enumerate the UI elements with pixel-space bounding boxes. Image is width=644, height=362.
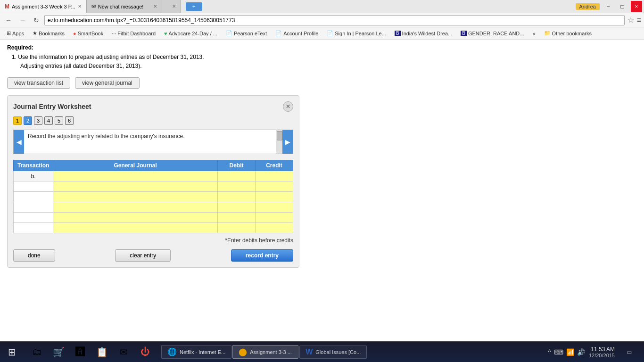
start-button[interactable]: ⊞ xyxy=(0,342,24,362)
bookmark-smartbook[interactable]: ● SmartBook xyxy=(69,30,107,37)
bookmark-india[interactable]: B India's Wildest Drea... xyxy=(391,30,456,37)
bookmark-star-button[interactable]: ☆ xyxy=(627,16,634,25)
description-scrollbar[interactable] xyxy=(276,130,282,154)
row-3-journal[interactable] xyxy=(53,192,218,202)
row-2-journal[interactable] xyxy=(53,181,218,192)
bookmark-other[interactable]: 📁 Other bookmarks xyxy=(540,29,595,37)
bookmark-gender[interactable]: B GENDER, RACE AND... xyxy=(457,30,528,37)
tray-volume-icon[interactable]: 🔊 xyxy=(577,348,585,356)
row-3-credit[interactable] xyxy=(256,192,293,202)
forward-button[interactable]: → xyxy=(17,16,28,25)
show-desktop-button[interactable]: ▭ xyxy=(619,342,639,362)
bookmark-more-label: » xyxy=(532,31,535,36)
back-button[interactable]: ← xyxy=(3,16,14,25)
row-4-debit[interactable] xyxy=(218,202,256,213)
modal-close-button[interactable]: ✕ xyxy=(283,101,293,112)
bookmark-account-profile[interactable]: 📄 Account Profile xyxy=(272,29,322,37)
row-6-debit-input[interactable] xyxy=(220,225,253,231)
tab-assignment[interactable]: M Assignment 3-3 Week 3 P... ✕ xyxy=(0,0,87,13)
bookmark-pearson-etext[interactable]: 📄 Pearson eText xyxy=(222,29,271,37)
tray-show-more[interactable]: ^ xyxy=(548,348,551,356)
taskbar-outlook[interactable]: ✉ xyxy=(113,342,134,362)
tab-empty[interactable]: ✕ xyxy=(162,0,181,13)
row-2-journal-input[interactable] xyxy=(55,183,215,190)
row-5-credit[interactable] xyxy=(256,213,293,223)
tray-keyboard-icon[interactable]: ⌨ xyxy=(554,348,563,356)
running-item-netflix[interactable]: 🌐 Netflix - Internet E... xyxy=(161,345,231,359)
minimize-button[interactable]: − xyxy=(603,1,614,12)
row-3-debit[interactable] xyxy=(218,192,256,202)
nav-num-6[interactable]: 6 xyxy=(65,116,74,125)
nav-num-4[interactable]: 4 xyxy=(44,116,53,125)
nav-num-2[interactable]: 2 xyxy=(24,116,32,125)
row-3-debit-input[interactable] xyxy=(220,194,253,200)
new-tab-button[interactable]: + xyxy=(186,2,202,11)
nav-num-1[interactable]: 1 xyxy=(13,116,22,125)
row-2-credit-input[interactable] xyxy=(257,183,291,190)
row-3-journal-input[interactable] xyxy=(55,194,215,200)
nav-num-5[interactable]: 5 xyxy=(55,116,63,125)
row-4-credit-input[interactable] xyxy=(257,204,291,211)
row-5-journal[interactable] xyxy=(53,213,218,223)
row-5-label xyxy=(14,213,53,223)
view-transaction-list-button[interactable]: view transaction list xyxy=(7,77,70,89)
bookmark-sign-in[interactable]: 📄 Sign In | Pearson Le... xyxy=(323,29,390,37)
row-2-debit[interactable] xyxy=(218,181,256,192)
taskbar-amazon[interactable]: 🅰 xyxy=(70,342,91,362)
bookmark-advocare[interactable]: ♥ Advocare 24-Day / ... xyxy=(160,30,221,37)
desc-nav-left-button[interactable]: ◀ xyxy=(14,130,24,154)
row-1-credit[interactable] xyxy=(256,171,293,181)
row-6-debit[interactable] xyxy=(218,223,256,233)
bookmark-gender-label: GENDER, RACE AND... xyxy=(468,31,524,36)
row-1-journal-input[interactable] xyxy=(55,173,215,180)
row-5-debit[interactable] xyxy=(218,213,256,223)
running-item-assignment[interactable]: ⬤ Assignment 3-3 ... xyxy=(232,345,298,359)
view-general-journal-button[interactable]: view general journal xyxy=(75,77,140,89)
tab-chat[interactable]: ✉ New chat message! ✕ xyxy=(87,0,162,13)
record-entry-button[interactable]: record entry xyxy=(231,249,293,262)
bookmark-fitbit[interactable]: ··· Fitbit Dashboard xyxy=(108,30,159,37)
done-button[interactable]: done xyxy=(13,249,55,262)
row-1-debit[interactable] xyxy=(218,171,256,181)
url-input[interactable] xyxy=(44,15,625,25)
taskbar-file-explorer[interactable]: 🗂 xyxy=(26,342,47,362)
bookmark-more[interactable]: » xyxy=(528,30,539,37)
row-2-debit-input[interactable] xyxy=(220,183,253,190)
row-5-credit-input[interactable] xyxy=(257,214,291,221)
row-1-debit-input[interactable] xyxy=(220,173,253,180)
desc-nav-right-button[interactable]: ▶ xyxy=(282,130,293,154)
row-6-journal[interactable] xyxy=(53,223,218,233)
row-5-journal-input[interactable] xyxy=(55,214,215,221)
row-4-credit[interactable] xyxy=(256,202,293,213)
row-6-credit[interactable] xyxy=(256,223,293,233)
tray-network-icon[interactable]: 📶 xyxy=(566,348,574,356)
tab-close-empty[interactable]: ✕ xyxy=(172,4,176,9)
bookmark-bookmarks[interactable]: ★ Bookmarks xyxy=(29,29,68,37)
taskbar-power[interactable]: ⏻ xyxy=(135,342,156,362)
maximize-button[interactable]: □ xyxy=(617,1,628,12)
row-3-label xyxy=(14,192,53,202)
nav-num-3[interactable]: 3 xyxy=(34,116,42,125)
tab-close-assignment[interactable]: ✕ xyxy=(78,4,82,9)
row-2-credit[interactable] xyxy=(256,181,293,192)
clock-area[interactable]: 11:53 AM 12/20/2015 xyxy=(589,346,615,358)
running-item-global[interactable]: W Global Issues [Co... xyxy=(299,346,367,359)
row-6-journal-input[interactable] xyxy=(55,225,215,231)
tab-close-chat[interactable]: ✕ xyxy=(153,4,157,9)
bookmark-apps[interactable]: ⊞ Apps xyxy=(3,29,28,37)
row-1-credit-input[interactable] xyxy=(257,173,291,180)
browser-settings-button[interactable]: ≡ xyxy=(637,16,641,25)
taskbar-store[interactable]: 🛒 xyxy=(48,342,69,362)
row-1-journal[interactable] xyxy=(53,171,218,181)
row-4-debit-input[interactable] xyxy=(220,204,253,211)
taskbar-onenote[interactable]: 📋 xyxy=(91,342,112,362)
close-button[interactable]: × xyxy=(631,1,642,12)
row-4-journal-input[interactable] xyxy=(55,204,215,211)
scroll-thumb[interactable] xyxy=(277,131,282,140)
clear-entry-button[interactable]: clear entry xyxy=(115,249,171,262)
row-6-credit-input[interactable] xyxy=(257,225,291,231)
row-5-debit-input[interactable] xyxy=(220,214,253,221)
row-3-credit-input[interactable] xyxy=(257,194,291,200)
row-4-journal[interactable] xyxy=(53,202,218,213)
refresh-button[interactable]: ↻ xyxy=(31,16,41,25)
